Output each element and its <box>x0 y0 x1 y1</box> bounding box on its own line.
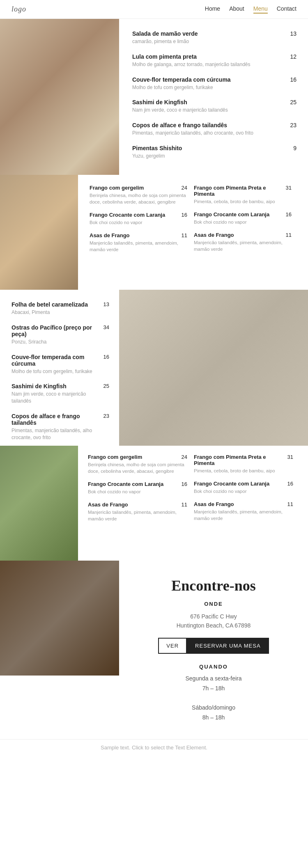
menu-item-info: Copos de alface e frango tailandês Pimen… <box>132 122 285 137</box>
menu-col-item: Frango com gergelim 24 Berinjela chinesa… <box>90 185 187 205</box>
menu-item-info: Copos de alface e frango tailandês Pimen… <box>11 413 100 441</box>
address-line2: Huntington Beach, CA 67898 <box>177 622 251 629</box>
menu-item: Salada de mamão verde camarão, pimenta e… <box>132 30 297 45</box>
menu-col-item-price: 16 <box>182 212 187 218</box>
menu-item-price: 9 <box>293 145 297 151</box>
menu-item-info: Couve-flor temperada com cúrcuma Molho d… <box>11 354 100 375</box>
menu-col-item-desc: Bok choi cozido no vapor <box>88 488 187 495</box>
menu-item-name: Lula com pimenta preta <box>132 53 285 60</box>
menu-item-price: 25 <box>290 99 297 105</box>
menu-col-item-desc: Berinjela chinesa, molho de soja com pim… <box>90 192 187 205</box>
menu-col-item: Frango com gergelim 24 Berinjela chinesa… <box>88 454 187 474</box>
menu-item-name: Pimentas Shishito <box>132 145 288 151</box>
menu-col-item-header: Frango com gergelim 24 <box>90 185 187 191</box>
menu-col-item-header: Asas de Frango 11 <box>90 232 187 238</box>
menu-item: Couve-flor temperada com cúrcuma Molho d… <box>11 354 109 375</box>
menu-col-item-name: Frango Crocante com Laranja <box>88 481 163 487</box>
menu-item-desc: Molho de tofu com gergelim, furikake <box>11 368 100 375</box>
menu-item-name: Couve-flor temperada com cúrcuma <box>11 354 100 367</box>
find-us-image <box>0 561 119 739</box>
find-us-when-label: QUANDO <box>131 664 297 670</box>
menu-col-item-header: Frango Crocante com Laranja 16 <box>194 481 293 487</box>
menu-col-item-price: 31 <box>286 185 292 191</box>
menu-col-item-header: Frango com Pimenta Preta e Pimenta 31 <box>194 454 293 466</box>
nav-menu[interactable]: Menu <box>253 5 268 14</box>
section-starters: Folha de betel caramelizada Abacaxi, Pim… <box>0 290 308 446</box>
menu-col-item-name: Frango com gergelim <box>90 185 144 191</box>
menu-item-name: Ostras do Pacífico (preço por peça) <box>11 324 100 337</box>
menu-col-item-name: Frango Crocante com Laranja <box>194 481 269 487</box>
menu-item-info: Sashimi de Kingfish Nam jim verde, coco … <box>11 383 100 405</box>
menu-col-item: Frango Crocante com Laranja 16 Bok choi … <box>194 211 292 225</box>
menu-item-name: Salada de mamão verde <box>132 30 285 37</box>
menu-item-price: 13 <box>290 30 297 37</box>
menu-col-item: Asas de Frango 11 Manjericão tailandês, … <box>88 502 187 522</box>
find-us-title: Encontre-nos <box>131 577 297 594</box>
find-us-buttons: VER RESERVAR UMA MESA <box>131 638 297 654</box>
menu-item-info: Pimentas Shishito Yuzu, gergelim <box>132 145 288 160</box>
menu-col-item-price: 11 <box>286 232 292 238</box>
menu-col-item-header: Frango com gergelim 24 <box>88 454 187 460</box>
nav-links: Home About Menu Contact <box>205 5 297 14</box>
menu-column: Frango com gergelim 24 Berinjela chinesa… <box>90 185 194 280</box>
menu-item-price: 12 <box>290 53 297 60</box>
nav-contact[interactable]: Contact <box>277 5 297 14</box>
table-image <box>119 290 308 446</box>
menu-col-item: Asas de Frango 11 Manjericão tailandês, … <box>194 501 293 522</box>
menu-item-name: Couve-flor temperada com cúrcuma <box>132 76 285 83</box>
menu-col-item-desc: Bok choi cozido no vapor <box>194 488 293 495</box>
menu-list-1: Salada de mamão verde camarão, pimenta e… <box>119 19 308 175</box>
menu-col-item: Frango Crocante com Laranja 16 Bok choi … <box>90 212 187 226</box>
menu-item-info: Couve-flor temperada com cúrcuma Molho d… <box>132 76 285 91</box>
menu-item-desc: Yuzu, gergelim <box>132 153 288 160</box>
menu-col-item-header: Asas de Frango 11 <box>194 232 292 238</box>
menu-col-item-name: Frango com Pimenta Preta e Pimenta <box>194 454 284 466</box>
food-image-1 <box>0 19 119 175</box>
nav-home[interactable]: Home <box>205 5 220 14</box>
weekend-hours: 8h – 18h <box>131 713 297 723</box>
menu-list-3: Folha de betel caramelizada Abacaxi, Pim… <box>0 290 119 446</box>
menu-col-item-name: Asas de Frango <box>194 232 234 238</box>
menu-col-item-name: Frango Crocante com Laranja <box>194 211 269 218</box>
food-image-2 <box>0 175 78 290</box>
menu-col-item-price: 11 <box>287 501 293 507</box>
menu-item-price: 16 <box>103 354 109 375</box>
menu-col-item-header: Frango com Pimenta Preta e Pimenta 31 <box>194 185 292 197</box>
menu-col-item-price: 16 <box>286 211 292 218</box>
reserve-button[interactable]: RESERVAR UMA MESA <box>187 638 269 654</box>
menu-col-item-desc: Berinjela chinesa, molho de soja com pim… <box>88 461 187 474</box>
menu-item-info: Folha de betel caramelizada Abacaxi, Pim… <box>11 301 100 316</box>
menu-item-name: Sashimi de Kingfish <box>11 383 100 389</box>
menu-item-price: 23 <box>290 122 297 128</box>
menu-col-item-price: 16 <box>182 481 187 487</box>
menu-col-item-desc: Pimenta, cebola, broto de bambu, aipo <box>194 467 293 474</box>
menu-item-info: Lula com pimenta preta Molho de galanga,… <box>132 53 285 68</box>
menu-item-desc: Pimentas, manjericão tailandês, alho cro… <box>11 427 100 441</box>
menu-col-item-desc: Manjericão tailandês, pimenta, amendoim,… <box>88 509 187 522</box>
menu-item-price: 25 <box>103 383 109 405</box>
menu-col-item-desc: Manjericão tailandês, pimenta, amendoim,… <box>90 240 187 253</box>
menu-col-item-price: 11 <box>182 232 187 238</box>
menu-col-item-header: Frango Crocante com Laranja 16 <box>88 481 187 487</box>
menu-cols-1: Frango com gergelim 24 Berinjela chinesa… <box>78 175 308 290</box>
menu-col-item-price: 11 <box>182 502 187 508</box>
outdoor-image <box>0 446 78 561</box>
menu-item-price: 23 <box>103 413 109 441</box>
menu-col-item: Asas de Frango 11 Manjericão tailandês, … <box>194 232 292 252</box>
view-button[interactable]: VER <box>158 638 187 654</box>
menu-col-item: Frango com Pimenta Preta e Pimenta 31 Pi… <box>194 454 293 474</box>
address-line1: 676 Pacific C Hwy <box>190 613 237 620</box>
menu-col-item-desc: Pimenta, cebola, broto de bambu, aipo <box>194 198 292 205</box>
menu-item-desc: Ponzu, Sriracha <box>11 339 100 346</box>
nav-about[interactable]: About <box>229 5 244 14</box>
weekend-label: Sábado/domingo <box>131 703 297 713</box>
menu-item-info: Salada de mamão verde camarão, pimenta e… <box>132 30 285 45</box>
find-us-content: Encontre-nos ONDE 676 Pacific C Hwy Hunt… <box>119 561 308 739</box>
menu-item: Pimentas Shishito Yuzu, gergelim 9 <box>132 145 297 160</box>
menu-item: Ostras do Pacífico (preço por peça) Ponz… <box>11 324 109 346</box>
menu-item-price: 34 <box>103 324 109 346</box>
section-chicken-2: Frango com gergelim 24 Berinjela chinesa… <box>0 446 308 561</box>
menu-column: Frango com Pimenta Preta e Pimenta 31 Pi… <box>194 454 300 552</box>
menu-col-item-header: Asas de Frango 11 <box>88 502 187 508</box>
menu-col-item-header: Asas de Frango 11 <box>194 501 293 507</box>
